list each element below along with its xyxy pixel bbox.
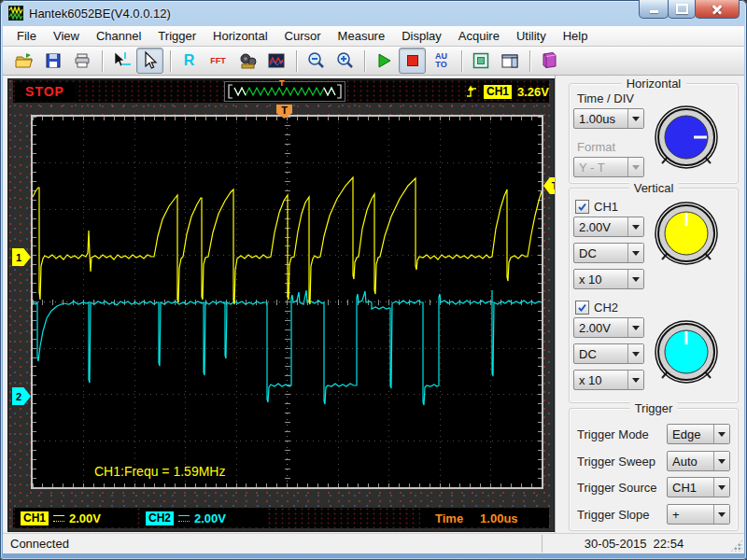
chevron-down-icon[interactable] bbox=[627, 244, 643, 262]
resize-grip-icon[interactable] bbox=[730, 539, 742, 552]
chevron-down-icon[interactable] bbox=[627, 270, 643, 288]
menu-item-trigger[interactable]: Trigger bbox=[149, 27, 204, 45]
ch1-probe-select[interactable]: x 10 bbox=[573, 269, 644, 289]
close-button[interactable] bbox=[695, 0, 740, 19]
help-button[interactable] bbox=[535, 48, 562, 74]
status-bar: Connected 30-05-2015 22:54 bbox=[3, 533, 744, 553]
help-book-icon bbox=[539, 50, 559, 71]
edge-trigger-icon bbox=[465, 84, 478, 99]
chevron-down-icon[interactable] bbox=[627, 344, 643, 363]
status-datetime-cell: 30-05-2015 22:54 bbox=[542, 535, 726, 553]
auto-setup-button[interactable]: AU TO bbox=[428, 48, 455, 74]
status-connection-text: Connected bbox=[10, 537, 69, 551]
checkbox-checked-icon[interactable] bbox=[575, 301, 589, 315]
horizontal-group: Horizontal Time / DIV 1.00us Format Y - … bbox=[569, 83, 739, 184]
toolbar-separator bbox=[529, 50, 530, 72]
ch1-position-knob[interactable] bbox=[651, 198, 722, 269]
ch2-enable-checkbox[interactable]: CH2 bbox=[575, 301, 618, 315]
stop-icon bbox=[402, 50, 423, 71]
ch2-position-knob[interactable] bbox=[651, 316, 722, 387]
ch2-readout: CH2 2.00V bbox=[140, 509, 267, 527]
status-datetime: 30-05-2015 22:54 bbox=[585, 537, 684, 551]
title-bar[interactable]: Hantek6052BE(V4.0.0.12) bbox=[0, 0, 747, 26]
toolbar-separator bbox=[170, 50, 171, 72]
trigger-slope-select[interactable]: + bbox=[667, 504, 730, 525]
toolbar-separator bbox=[102, 50, 103, 72]
fft-button[interactable]: FFT bbox=[204, 48, 232, 74]
pointer-icon bbox=[140, 50, 161, 71]
panel-layout-button[interactable] bbox=[496, 48, 523, 74]
chevron-down-icon[interactable] bbox=[713, 425, 729, 443]
ch1-volts-per-div: 2.00V bbox=[69, 511, 101, 525]
chevron-down-icon[interactable] bbox=[627, 109, 643, 128]
ch2-checkbox-label: CH2 bbox=[594, 301, 618, 315]
hantek-logo-icon bbox=[8, 6, 23, 21]
zoom-in-button[interactable] bbox=[331, 48, 358, 74]
trigger-mode-select[interactable]: Edge bbox=[667, 424, 730, 444]
ch1-volts-select[interactable]: 2.00V bbox=[573, 217, 644, 237]
stop-button[interactable] bbox=[399, 48, 426, 74]
menu-item-cursor[interactable]: Cursor bbox=[276, 27, 330, 45]
chevron-down-icon[interactable] bbox=[713, 478, 729, 497]
zoom-out-button[interactable] bbox=[302, 48, 329, 74]
menu-item-measure[interactable]: Measure bbox=[330, 27, 394, 45]
ch2-volts-select[interactable]: 2.00V bbox=[573, 317, 644, 338]
run-button[interactable] bbox=[370, 48, 397, 74]
fit-screen-icon bbox=[471, 50, 491, 71]
waveform-display-icon bbox=[266, 50, 287, 71]
menu-item-channel[interactable]: Channel bbox=[88, 27, 149, 45]
menu-item-view[interactable]: View bbox=[45, 27, 88, 45]
menu-bar: FileViewChannelTriggerHorizontalCursorMe… bbox=[3, 26, 744, 47]
ch2-coupling-select[interactable]: DC bbox=[573, 343, 644, 364]
acquisition-preview[interactable] bbox=[224, 81, 345, 102]
menu-item-display[interactable]: Display bbox=[393, 27, 450, 45]
fit-screen-button[interactable] bbox=[467, 48, 494, 74]
app-window: Hantek6052BE(V4.0.0.12) FileViewChannelT… bbox=[0, 0, 747, 560]
trigger-level-value: 3.26V bbox=[517, 85, 549, 99]
toolbar: R FFT AU TO bbox=[3, 47, 744, 76]
reference-icon: R bbox=[184, 52, 195, 69]
trigger-sweep-select[interactable]: Auto bbox=[667, 451, 730, 471]
chevron-down-icon[interactable] bbox=[627, 318, 643, 337]
record-button[interactable] bbox=[233, 48, 261, 74]
frequency-readout: CH1:Frequ = 1.59MHz bbox=[94, 464, 225, 479]
menu-item-acquire[interactable]: Acquire bbox=[450, 27, 508, 45]
trigger-source-select[interactable]: CH1 bbox=[667, 477, 730, 497]
menu-item-utility[interactable]: Utility bbox=[508, 27, 555, 45]
trigger-group: Trigger Trigger Mode Edge Trigger Sweep … bbox=[569, 408, 739, 531]
checkbox-checked-icon[interactable] bbox=[575, 200, 589, 214]
waveform-display-button[interactable] bbox=[262, 48, 289, 74]
trigger-readout: CH1 3.26V bbox=[439, 82, 549, 101]
reference-button[interactable]: R bbox=[176, 48, 203, 74]
run-icon bbox=[374, 50, 394, 71]
menu-item-help[interactable]: Help bbox=[555, 27, 597, 45]
print-icon bbox=[72, 50, 92, 71]
chevron-down-icon[interactable] bbox=[713, 505, 729, 524]
chevron-down-icon[interactable] bbox=[713, 452, 729, 470]
ch1-checkbox-label: CH1 bbox=[594, 200, 618, 214]
menu-item-horizontal[interactable]: Horizontal bbox=[204, 27, 276, 45]
horizontal-position-knob[interactable] bbox=[651, 102, 722, 173]
time-div-select[interactable]: 1.00us bbox=[573, 108, 644, 129]
ch1-enable-checkbox[interactable]: CH1 bbox=[575, 200, 618, 214]
run-status-indicator: STOP bbox=[15, 82, 75, 101]
minimize-button[interactable] bbox=[639, 0, 669, 19]
toolbar-separator bbox=[296, 50, 297, 72]
maximize-icon bbox=[676, 4, 688, 14]
chevron-down-icon bbox=[627, 158, 643, 176]
menu-item-file[interactable]: File bbox=[8, 27, 45, 45]
maximize-button[interactable] bbox=[668, 0, 696, 19]
cursor-measure-button[interactable] bbox=[107, 48, 134, 74]
ch1-coupling-select[interactable]: DC bbox=[573, 243, 644, 263]
time-div-label: Time / DIV bbox=[577, 91, 634, 105]
chevron-down-icon[interactable] bbox=[627, 217, 643, 236]
horizontal-group-title: Horizontal bbox=[622, 77, 686, 91]
trigger-source-label: Trigger Source bbox=[577, 481, 657, 495]
open-file-button[interactable] bbox=[10, 48, 37, 74]
save-button[interactable] bbox=[39, 48, 66, 74]
chevron-down-icon[interactable] bbox=[627, 371, 643, 389]
pointer-button[interactable] bbox=[136, 48, 163, 74]
print-button[interactable] bbox=[68, 48, 95, 74]
ch2-probe-select[interactable]: x 10 bbox=[573, 370, 644, 390]
timebase-readout: Time 1.00us bbox=[420, 509, 549, 527]
